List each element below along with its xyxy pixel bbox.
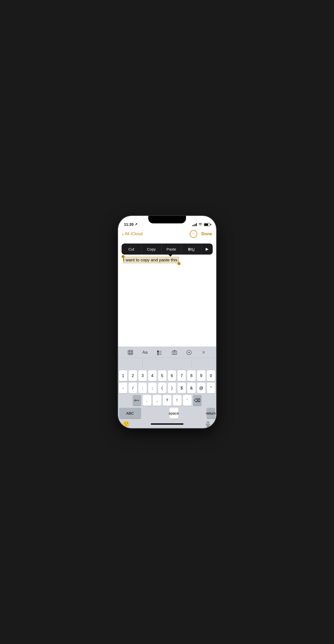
signal-icon xyxy=(192,223,197,226)
svg-point-12 xyxy=(173,352,175,353)
backspace-button[interactable]: ⌫ xyxy=(193,395,202,406)
key-1[interactable]: 1 xyxy=(119,370,127,381)
bold-label: B xyxy=(188,247,191,251)
svg-point-7 xyxy=(157,352,159,354)
keyboard: 1 2 3 4 5 6 7 8 9 0 - / : ; ( ) $ & xyxy=(118,358,216,428)
biu-menu-item[interactable]: BIU xyxy=(181,244,202,255)
back-label: All iCloud xyxy=(125,231,143,236)
key-5[interactable]: 5 xyxy=(158,370,166,381)
key-0[interactable]: 0 xyxy=(207,370,215,381)
ellipsis-icon: ··· xyxy=(192,232,195,236)
camera-toolbar-button[interactable] xyxy=(170,348,179,357)
keyboard-row-punctuation: #+= . , ? ! ' ⌫ xyxy=(118,393,216,406)
key-ampersand[interactable]: & xyxy=(187,383,196,393)
status-time: 11:20 ↗ xyxy=(124,222,137,226)
selected-text-container: I want to copy and paste this. xyxy=(123,257,179,263)
editor-content-area[interactable]: Cut Copy Paste BIU ▶ I want to copy and … xyxy=(118,239,216,347)
key-exclaim[interactable]: ! xyxy=(173,395,181,406)
key-7[interactable]: 7 xyxy=(177,370,186,381)
selection-handle-left xyxy=(122,255,125,258)
key-6[interactable]: 6 xyxy=(168,370,176,381)
navigation-bar: ‹ All iCloud ··· Done xyxy=(118,228,216,239)
more-format-button[interactable]: ▶ xyxy=(202,244,213,255)
chevron-left-icon: ‹ xyxy=(122,231,124,236)
battery-icon xyxy=(204,223,210,226)
copy-menu-item[interactable]: Copy xyxy=(141,244,162,255)
done-button[interactable]: Done xyxy=(201,231,212,236)
selected-text: I want to copy and paste this. xyxy=(123,257,179,263)
key-at[interactable]: @ xyxy=(197,383,205,393)
key-quote[interactable]: " xyxy=(207,383,215,393)
key-9[interactable]: 9 xyxy=(197,370,205,381)
emoji-button[interactable]: 🙂 xyxy=(121,421,132,427)
abc-button[interactable]: ABC xyxy=(119,408,141,419)
suggestion-bar xyxy=(118,358,216,369)
text-editor[interactable]: I want to copy and paste this. xyxy=(123,257,211,263)
compose-toolbar-button[interactable] xyxy=(184,348,194,357)
svg-rect-0 xyxy=(128,350,132,354)
key-close-paren[interactable]: ) xyxy=(168,383,176,393)
svg-point-9 xyxy=(157,354,159,355)
key-semicolon[interactable]: ; xyxy=(148,383,157,393)
checklist-toolbar-button[interactable] xyxy=(155,348,164,357)
key-comma[interactable]: , xyxy=(153,395,161,406)
svg-rect-11 xyxy=(172,351,176,354)
key-apostrophe[interactable]: ' xyxy=(183,395,192,406)
home-indicator-bar xyxy=(151,423,183,425)
context-menu: Cut Copy Paste BIU ▶ xyxy=(122,244,213,255)
key-dash[interactable]: - xyxy=(119,383,127,393)
keyboard-row-symbols: - / : ; ( ) $ & @ " xyxy=(118,381,216,393)
svg-rect-16 xyxy=(207,422,209,425)
table-toolbar-button[interactable] xyxy=(126,348,135,357)
paste-menu-item[interactable]: Paste xyxy=(162,244,182,255)
keyboard-toolbar: Aa xyxy=(118,347,216,358)
return-button[interactable]: return xyxy=(207,408,215,419)
key-2[interactable]: 2 xyxy=(129,370,137,381)
key-open-paren[interactable]: ( xyxy=(158,383,166,393)
space-button[interactable]: space xyxy=(170,408,178,419)
selection-handle-right xyxy=(177,262,180,265)
back-button[interactable]: ‹ All iCloud xyxy=(122,231,143,236)
key-3[interactable]: 3 xyxy=(138,370,147,381)
font-toolbar-button[interactable]: Aa xyxy=(140,348,150,357)
more-symbols-button[interactable]: #+= xyxy=(133,395,141,406)
key-colon[interactable]: : xyxy=(138,383,147,393)
key-dollar[interactable]: $ xyxy=(177,383,186,393)
microphone-button[interactable] xyxy=(203,421,213,427)
close-toolbar-button[interactable]: × xyxy=(199,348,208,357)
nav-right-actions: ··· Done xyxy=(190,230,212,238)
close-icon: × xyxy=(202,349,205,356)
key-4[interactable]: 4 xyxy=(148,370,157,381)
underline-label: U xyxy=(192,247,195,251)
location-arrow-icon: ↗ xyxy=(135,222,137,226)
key-8[interactable]: 8 xyxy=(187,370,196,381)
keyboard-bottom-bar: 🙂 xyxy=(118,420,216,428)
more-options-button[interactable]: ··· xyxy=(190,230,197,238)
wifi-icon xyxy=(198,223,202,226)
key-question[interactable]: ? xyxy=(163,395,171,406)
chevron-right-icon: ▶ xyxy=(206,247,209,251)
key-slash[interactable]: / xyxy=(129,383,137,393)
keyboard-row-numbers: 1 2 3 4 5 6 7 8 9 0 xyxy=(118,369,216,381)
status-icons xyxy=(192,223,210,226)
cut-menu-item[interactable]: Cut xyxy=(122,244,142,255)
svg-point-5 xyxy=(157,350,159,352)
keyboard-row-bottom: ABC space return xyxy=(118,406,216,420)
key-period[interactable]: . xyxy=(143,395,151,406)
